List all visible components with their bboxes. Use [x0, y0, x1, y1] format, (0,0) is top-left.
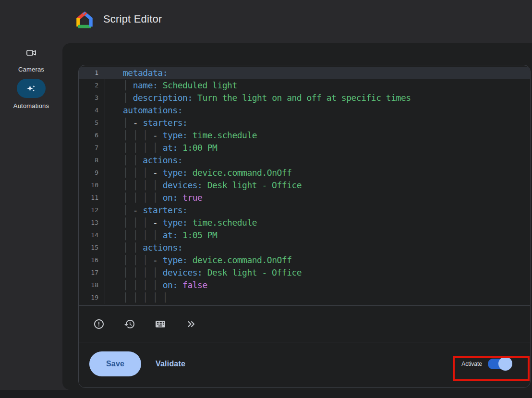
- history-icon[interactable]: [124, 318, 135, 330]
- code-line-6[interactable]: 6│ │ │ - type: time.schedule: [79, 129, 530, 142]
- indent-guide: │: [123, 118, 133, 128]
- indent-guide: │ │ │: [123, 168, 153, 178]
- code-text: │ │ │ │ at: 1:05 PM: [105, 229, 530, 241]
- activate-toggle[interactable]: [488, 359, 509, 369]
- sidebar-item-cameras[interactable]: Cameras: [0, 44, 62, 73]
- line-number: 3: [79, 92, 105, 104]
- activate-label: Activate: [461, 361, 482, 367]
- line-number: 5: [79, 117, 105, 129]
- indent-guide: │ │ │: [123, 130, 153, 140]
- script-editor-card: 1metadata:2│ name: Scheduled light3│ des…: [78, 65, 531, 388]
- indent-guide: │ │ │: [123, 217, 153, 228]
- indent-guide: │: [123, 93, 133, 103]
- indent-guide: │ │ │: [123, 255, 153, 265]
- sidebar-item-label: Cameras: [0, 66, 62, 73]
- code-line-1[interactable]: 1metadata:: [79, 67, 530, 79]
- line-number: 2: [79, 79, 105, 92]
- code-text: │ │ actions:: [105, 241, 530, 254]
- code-line-2[interactable]: 2│ name: Scheduled light: [79, 79, 530, 92]
- keyboard-icon[interactable]: [155, 318, 166, 330]
- code-line-10[interactable]: 10│ │ │ │ devices: Desk light - Office: [79, 179, 530, 192]
- line-number: 11: [79, 192, 105, 204]
- indent-guide: │ │ │ │: [123, 180, 163, 190]
- problems-icon[interactable]: [93, 318, 105, 330]
- line-number: 12: [79, 204, 105, 217]
- sparkle-icon: [25, 83, 37, 94]
- code-text: │ description: Turn the light on and off…: [105, 92, 530, 104]
- code-text: │ │ │ - type: time.schedule: [105, 129, 530, 142]
- code-text: │ │ │ - type: device.command.OnOff: [105, 167, 530, 179]
- line-number: 13: [79, 217, 105, 229]
- app-header: Script Editor: [0, 0, 532, 43]
- code-text: metadata:: [105, 67, 530, 79]
- code-text: │ │ │ │ devices: Desk light - Office: [105, 266, 530, 279]
- code-text: │ name: Scheduled light: [105, 79, 530, 92]
- activate-control: Activate: [461, 359, 516, 369]
- line-number: 4: [79, 104, 105, 117]
- line-number: 9: [79, 167, 105, 179]
- page-title: Script Editor: [103, 13, 162, 25]
- line-number: 8: [79, 154, 105, 167]
- indent-guide: │: [123, 205, 133, 215]
- double-chevron-icon[interactable]: [185, 318, 197, 330]
- sidebar-item-label: Automations: [0, 102, 62, 109]
- code-line-12[interactable]: 12│ - starters:: [79, 204, 530, 217]
- line-number: 19: [79, 291, 105, 304]
- google-home-logo-icon: [75, 11, 94, 29]
- code-text: automations:: [105, 104, 530, 117]
- line-number: 6: [79, 129, 105, 142]
- indent-guide: │ │: [123, 242, 143, 253]
- code-line-17[interactable]: 17│ │ │ │ devices: Desk light - Office: [79, 266, 530, 279]
- code-line-9[interactable]: 9│ │ │ - type: device.command.OnOff: [79, 167, 530, 179]
- indent-guide: │ │ │ │: [123, 193, 163, 203]
- indent-guide: │ │ │ │: [123, 267, 163, 277]
- indent-guide: │ │ │ │: [123, 230, 163, 240]
- code-line-4[interactable]: 4automations:: [79, 104, 530, 117]
- line-number: 14: [79, 229, 105, 241]
- code-line-15[interactable]: 15│ │ actions:: [79, 241, 530, 254]
- code-line-11[interactable]: 11│ │ │ │ on: true: [79, 192, 530, 204]
- code-line-3[interactable]: 3│ description: Turn the light on and of…: [79, 92, 530, 104]
- code-text: │ │ │ │ at: 1:00 PM: [105, 142, 530, 154]
- sidebar: Cameras Automations: [0, 43, 62, 398]
- code-line-19[interactable]: 19│ │ │ │ │: [79, 291, 530, 304]
- line-number: 15: [79, 241, 105, 254]
- indent-guide: │: [123, 80, 133, 90]
- line-number: 1: [79, 67, 105, 79]
- camera-icon: [25, 47, 37, 59]
- code-text: │ │ │ - type: time.schedule: [105, 217, 530, 229]
- toggle-knob: [498, 357, 512, 371]
- sidebar-item-automations[interactable]: Automations: [0, 79, 62, 109]
- line-number: 17: [79, 266, 105, 279]
- line-number: 18: [79, 279, 105, 291]
- code-text: │ │ │ │ devices: Desk light - Office: [105, 179, 530, 192]
- bottom-strip: [0, 390, 532, 398]
- validate-button[interactable]: Validate: [147, 355, 194, 373]
- code-line-5[interactable]: 5│ - starters:: [79, 117, 530, 129]
- save-button[interactable]: Save: [89, 351, 141, 376]
- editor-footer: Save Validate Activate: [79, 342, 530, 387]
- code-text: │ - starters:: [105, 204, 530, 217]
- code-text: │ - starters:: [105, 117, 530, 129]
- code-text: │ │ │ │ on: false: [105, 279, 530, 291]
- indent-guide: │ │ │ │: [123, 280, 163, 290]
- line-number: 7: [79, 142, 105, 154]
- line-number: 16: [79, 254, 105, 266]
- line-number: 10: [79, 179, 105, 192]
- indent-guide: │ │ │ │: [123, 143, 163, 153]
- indent-guide: │ │: [123, 155, 143, 165]
- code-text: │ │ │ │ on: true: [105, 192, 530, 204]
- code-text: │ │ │ - type: device.command.OnOff: [105, 254, 530, 266]
- code-line-14[interactable]: 14│ │ │ │ at: 1:05 PM: [79, 229, 530, 241]
- editor-panel: 1metadata:2│ name: Scheduled light3│ des…: [62, 43, 532, 390]
- indent-guide: │ │ │ │ │: [123, 292, 172, 302]
- code-editor[interactable]: 1metadata:2│ name: Scheduled light3│ des…: [79, 65, 530, 305]
- code-text: │ │ actions:: [105, 154, 530, 167]
- code-line-8[interactable]: 8│ │ actions:: [79, 154, 530, 167]
- code-line-18[interactable]: 18│ │ │ │ on: false: [79, 279, 530, 291]
- code-line-16[interactable]: 16│ │ │ - type: device.command.OnOff: [79, 254, 530, 266]
- code-text: │ │ │ │ │: [105, 291, 530, 304]
- editor-toolbar: [79, 305, 530, 342]
- code-line-7[interactable]: 7│ │ │ │ at: 1:00 PM: [79, 142, 530, 154]
- code-line-13[interactable]: 13│ │ │ - type: time.schedule: [79, 217, 530, 229]
